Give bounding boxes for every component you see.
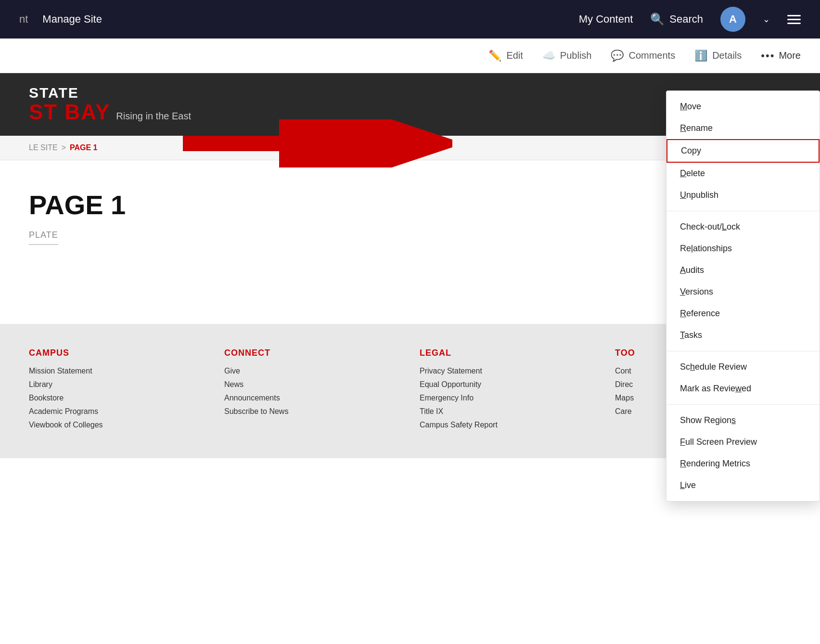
- reference-menu-item[interactable]: Reference: [666, 303, 820, 324]
- dropdown-section-2: Check-out/Lock Relationships Audits Vers…: [666, 211, 820, 351]
- details-button[interactable]: ℹ️ Details: [694, 50, 742, 62]
- hamburger-line-2: [787, 19, 801, 20]
- move-menu-item[interactable]: Move: [666, 96, 820, 117]
- nav-right: My Content 🔍 Search A ⌄: [579, 7, 801, 32]
- unpublish-menu-item[interactable]: Unpublish: [666, 184, 820, 206]
- manage-site-label[interactable]: Manage Site: [42, 13, 102, 26]
- more-dots-icon: •••: [761, 50, 775, 62]
- more-label: More: [779, 50, 801, 61]
- dropdown-section-3: Schedule Review Mark as Reviewed: [666, 351, 820, 405]
- search-button[interactable]: 🔍 Search: [650, 13, 703, 26]
- live-menu-item[interactable]: Live: [666, 475, 820, 496]
- chevron-down-icon[interactable]: ⌄: [763, 14, 770, 25]
- hamburger-line-3: [787, 23, 801, 24]
- list-item[interactable]: Privacy Statement: [420, 367, 596, 375]
- list-item[interactable]: Campus Safety Report: [420, 421, 596, 429]
- search-icon: 🔍: [650, 13, 665, 26]
- versions-menu-item[interactable]: Versions: [666, 281, 820, 303]
- breadcrumb-current: PAGE 1: [70, 143, 98, 152]
- list-item[interactable]: Equal Opportunity: [420, 380, 596, 389]
- footer-connect-links: Give News Announcements Subscribe to New…: [224, 367, 400, 416]
- list-item[interactable]: Bookstore: [29, 394, 205, 402]
- comments-label: Comments: [628, 50, 675, 61]
- breadcrumb-parent[interactable]: LE SITE: [29, 143, 58, 152]
- details-label: Details: [712, 50, 742, 61]
- list-item[interactable]: News: [224, 380, 400, 389]
- more-button[interactable]: ••• More: [761, 50, 801, 62]
- list-item[interactable]: Mission Statement: [29, 367, 205, 375]
- search-label: Search: [669, 13, 703, 26]
- template-label: PLATE: [29, 230, 58, 245]
- rendering-metrics-menu-item[interactable]: Rendering Metrics: [666, 453, 820, 475]
- state-text: STATE: [29, 85, 191, 101]
- comments-button[interactable]: 💬 Comments: [611, 50, 675, 62]
- list-item[interactable]: Announcements: [224, 394, 400, 402]
- tasks-menu-item[interactable]: Tasks: [666, 324, 820, 346]
- footer-campus-links: Mission Statement Library Bookstore Acad…: [29, 367, 205, 429]
- list-item[interactable]: Title IX: [420, 407, 596, 416]
- edit-icon: ✏️: [488, 50, 501, 62]
- show-regions-menu-item[interactable]: Show Regions: [666, 410, 820, 431]
- hamburger-line-1: [787, 15, 801, 16]
- breadcrumb-separator: >: [62, 143, 66, 152]
- list-item[interactable]: Give: [224, 367, 400, 375]
- mark-reviewed-menu-item[interactable]: Mark as Reviewed: [666, 378, 820, 399]
- audits-menu-item[interactable]: Audits: [666, 259, 820, 281]
- my-content-link[interactable]: My Content: [579, 13, 633, 26]
- edit-label: Edit: [506, 50, 523, 61]
- avatar[interactable]: A: [720, 7, 745, 32]
- relationships-menu-item[interactable]: Relationships: [666, 238, 820, 259]
- dropdown-section-4: Show Regions Full Screen Preview Renderi…: [666, 405, 820, 501]
- footer-campus-column: CAMPUS Mission Statement Library Booksto…: [29, 348, 205, 434]
- comments-icon: 💬: [611, 50, 624, 62]
- publish-icon: ☁️: [542, 50, 555, 62]
- nav-nt-label: nt: [19, 13, 28, 26]
- bay-text: ST BAY: [29, 101, 110, 124]
- publish-button[interactable]: ☁️ Publish: [542, 50, 592, 62]
- rename-menu-item[interactable]: Rename: [666, 117, 820, 139]
- footer-legal-links: Privacy Statement Equal Opportunity Emer…: [420, 367, 596, 429]
- footer-connect-heading: CONNECT: [224, 348, 400, 358]
- checkout-lock-menu-item[interactable]: Check-out/Lock: [666, 216, 820, 238]
- site-logo: STATE ST BAY Rising in the East: [29, 85, 191, 124]
- list-item[interactable]: Viewbook of Colleges: [29, 421, 205, 429]
- footer-legal-heading: LEGAL: [420, 348, 596, 358]
- nav-left: nt Manage Site: [19, 13, 102, 26]
- edit-button[interactable]: ✏️ Edit: [488, 50, 523, 62]
- footer-legal-column: LEGAL Privacy Statement Equal Opportunit…: [420, 348, 596, 434]
- top-navigation: nt Manage Site My Content 🔍 Search A ⌄: [0, 0, 820, 39]
- list-item[interactable]: Subscribe to News: [224, 407, 400, 416]
- tagline-text: Rising in the East: [116, 111, 191, 121]
- footer-connect-column: CONNECT Give News Announcements Subscrib…: [224, 348, 400, 434]
- schedule-review-menu-item[interactable]: Schedule Review: [666, 356, 820, 378]
- list-item[interactable]: Library: [29, 380, 205, 389]
- hamburger-menu[interactable]: [787, 15, 801, 24]
- dropdown-section-1: Move Rename Copy Delete Unpublish: [666, 91, 820, 211]
- copy-menu-item[interactable]: Copy: [666, 139, 820, 163]
- list-item[interactable]: Emergency Info: [420, 394, 596, 402]
- page-toolbar: ✏️ Edit ☁️ Publish 💬 Comments ℹ️ Details…: [0, 39, 820, 73]
- publish-label: Publish: [560, 50, 592, 61]
- more-dropdown-menu: Move Rename Copy Delete Unpublish Check-…: [666, 90, 820, 502]
- details-icon: ℹ️: [694, 50, 707, 62]
- full-screen-preview-menu-item[interactable]: Full Screen Preview: [666, 431, 820, 453]
- delete-menu-item[interactable]: Delete: [666, 163, 820, 184]
- footer-campus-heading: CAMPUS: [29, 348, 205, 358]
- list-item[interactable]: Academic Programs: [29, 407, 205, 416]
